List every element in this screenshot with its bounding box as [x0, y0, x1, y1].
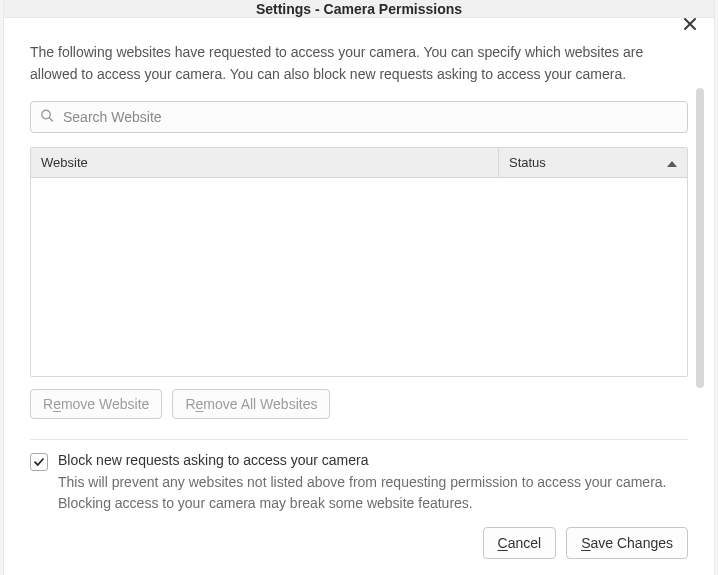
checkbox-description: This will prevent any websites not liste…: [58, 472, 688, 513]
search-input[interactable]: [30, 101, 688, 133]
block-new-requests-checkbox[interactable]: [30, 453, 48, 471]
intro-text: The following websites have requested to…: [30, 42, 670, 85]
website-table: Website Status: [30, 147, 688, 377]
dialog-titlebar: Settings - Camera Permissions: [4, 0, 714, 18]
camera-permissions-dialog: Settings - Camera Permissions The follow…: [4, 0, 714, 575]
save-changes-button[interactable]: Save Changes: [566, 527, 688, 559]
block-new-requests-row: Block new requests asking to access your…: [30, 439, 688, 513]
checkbox-text: Block new requests asking to access your…: [58, 452, 688, 513]
search-field: [30, 101, 688, 133]
table-actions: Remove Website Remove All Websites: [30, 389, 688, 419]
table-body-empty: [31, 178, 687, 376]
column-label: Website: [41, 155, 88, 170]
check-icon: [33, 456, 45, 468]
cancel-button[interactable]: Cancel: [483, 527, 557, 559]
remove-website-button[interactable]: Remove Website: [30, 389, 162, 419]
dialog-content: The following websites have requested to…: [4, 18, 714, 575]
dialog-actions: Cancel Save Changes: [30, 527, 688, 559]
dialog-title: Settings - Camera Permissions: [256, 1, 462, 17]
column-header-website[interactable]: Website: [31, 148, 499, 177]
sort-ascending-icon: [667, 155, 677, 170]
column-label: Status: [509, 155, 546, 170]
remove-all-websites-button[interactable]: Remove All Websites: [172, 389, 330, 419]
table-header: Website Status: [31, 148, 687, 178]
checkbox-label[interactable]: Block new requests asking to access your…: [58, 452, 688, 468]
scrollbar-thumb[interactable]: [696, 88, 704, 388]
column-header-status[interactable]: Status: [499, 148, 687, 177]
